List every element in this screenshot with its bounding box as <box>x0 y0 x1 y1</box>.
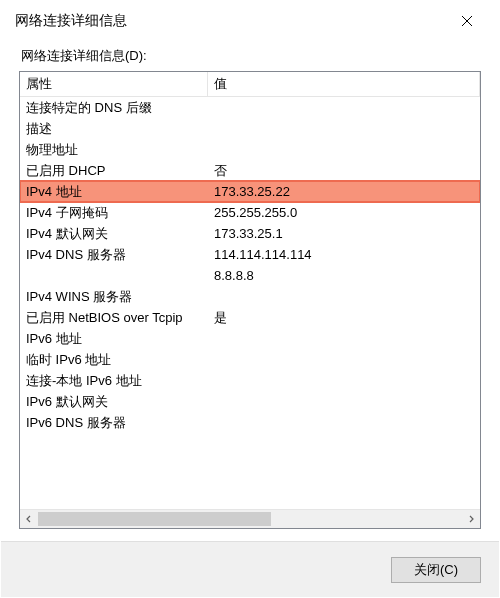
table-row[interactable]: IPv4 地址173.33.25.22 <box>20 181 480 202</box>
list-rows: 连接特定的 DNS 后缀描述物理地址已启用 DHCP否IPv4 地址173.33… <box>20 97 480 509</box>
property-cell: 连接-本地 IPv6 地址 <box>20 370 208 391</box>
column-header-value[interactable]: 值 <box>208 72 480 96</box>
value-cell <box>208 118 480 139</box>
property-cell: IPv6 默认网关 <box>20 391 208 412</box>
value-cell: 否 <box>208 160 480 181</box>
table-row[interactable]: IPv6 默认网关 <box>20 391 480 412</box>
scroll-right-arrow-icon[interactable] <box>462 510 480 528</box>
table-row[interactable]: IPv6 DNS 服务器 <box>20 412 480 433</box>
list-header: 属性 值 <box>20 72 480 97</box>
value-cell <box>208 412 480 433</box>
table-row[interactable]: IPv4 默认网关173.33.25.1 <box>20 223 480 244</box>
value-cell: 114.114.114.114 <box>208 244 480 265</box>
table-row[interactable]: 连接特定的 DNS 后缀 <box>20 97 480 118</box>
window-close-button[interactable] <box>447 1 487 41</box>
value-cell <box>208 97 480 118</box>
property-cell: 临时 IPv6 地址 <box>20 349 208 370</box>
property-cell: 已启用 DHCP <box>20 160 208 181</box>
property-cell: IPv4 DNS 服务器 <box>20 244 208 265</box>
table-row[interactable]: 已启用 NetBIOS over Tcpip是 <box>20 307 480 328</box>
property-cell <box>20 265 208 286</box>
dialog-footer: 关闭(C) <box>1 541 499 597</box>
table-row[interactable]: IPv4 WINS 服务器 <box>20 286 480 307</box>
property-cell: 物理地址 <box>20 139 208 160</box>
property-cell: 已启用 NetBIOS over Tcpip <box>20 307 208 328</box>
table-row[interactable]: 连接-本地 IPv6 地址 <box>20 370 480 391</box>
property-cell: IPv6 地址 <box>20 328 208 349</box>
scroll-thumb[interactable] <box>38 512 271 526</box>
table-row[interactable]: IPv6 地址 <box>20 328 480 349</box>
value-cell: 是 <box>208 307 480 328</box>
property-cell: 连接特定的 DNS 后缀 <box>20 97 208 118</box>
table-row[interactable]: 8.8.8.8 <box>20 265 480 286</box>
property-cell: IPv6 DNS 服务器 <box>20 412 208 433</box>
value-cell <box>208 328 480 349</box>
table-row[interactable]: IPv4 子网掩码255.255.255.0 <box>20 202 480 223</box>
close-button[interactable]: 关闭(C) <box>391 557 481 583</box>
table-row[interactable]: 描述 <box>20 118 480 139</box>
dialog-window: 网络连接详细信息 网络连接详细信息(D): 属性 值 连接特定的 DNS 后缀描… <box>0 0 500 598</box>
value-cell: 173.33.25.22 <box>208 181 480 202</box>
details-list: 属性 值 连接特定的 DNS 后缀描述物理地址已启用 DHCP否IPv4 地址1… <box>19 71 481 529</box>
property-cell: IPv4 地址 <box>20 181 208 202</box>
horizontal-scrollbar[interactable] <box>20 509 480 528</box>
property-cell: IPv4 默认网关 <box>20 223 208 244</box>
value-cell <box>208 286 480 307</box>
table-row[interactable]: 已启用 DHCP否 <box>20 160 480 181</box>
column-header-property[interactable]: 属性 <box>20 72 208 96</box>
dialog-body: 网络连接详细信息(D): 属性 值 连接特定的 DNS 后缀描述物理地址已启用 … <box>1 41 499 541</box>
value-cell: 173.33.25.1 <box>208 223 480 244</box>
titlebar: 网络连接详细信息 <box>1 1 499 41</box>
window-title: 网络连接详细信息 <box>15 12 447 30</box>
property-cell: IPv4 子网掩码 <box>20 202 208 223</box>
close-icon <box>461 15 473 27</box>
value-cell <box>208 370 480 391</box>
value-cell: 255.255.255.0 <box>208 202 480 223</box>
scroll-left-arrow-icon[interactable] <box>20 510 38 528</box>
value-cell: 8.8.8.8 <box>208 265 480 286</box>
value-cell <box>208 391 480 412</box>
value-cell <box>208 349 480 370</box>
table-row[interactable]: 临时 IPv6 地址 <box>20 349 480 370</box>
property-cell: IPv4 WINS 服务器 <box>20 286 208 307</box>
scroll-track[interactable] <box>38 510 462 528</box>
property-cell: 描述 <box>20 118 208 139</box>
list-caption: 网络连接详细信息(D): <box>21 47 481 65</box>
value-cell <box>208 139 480 160</box>
table-row[interactable]: 物理地址 <box>20 139 480 160</box>
table-row[interactable]: IPv4 DNS 服务器114.114.114.114 <box>20 244 480 265</box>
